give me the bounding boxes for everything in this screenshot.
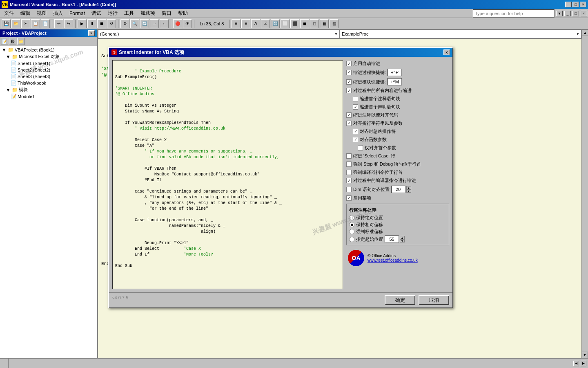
trail-position-up[interactable]: ▲: [400, 236, 405, 239]
option-trail-force-standard: 强制标准偏移: [349, 228, 446, 235]
dim-alignment-spinner-btns: ▲ ▼: [406, 186, 411, 193]
label-align-compiler-in-proc: 对过程中的编译器指令进行缩进: [353, 177, 416, 184]
label-trail-force-standard: 强制标准偏移: [356, 229, 383, 235]
dim-alignment-down[interactable]: ▼: [406, 189, 411, 193]
dialog-title-icon: S: [111, 49, 117, 55]
checkbox-dim-alignment[interactable]: [346, 187, 352, 192]
dim-alignment-spinner: 20 ▲ ▼: [391, 186, 411, 193]
label-enable-something: 启用某项: [353, 195, 371, 201]
checkbox-indent-proc[interactable]: [346, 70, 352, 75]
label-align-line-continuation: 对齐折行字符串以及参数: [353, 120, 403, 126]
logo-copyright: © Office Addins: [368, 254, 418, 258]
options-panel: 启用自动缩进 缩进过程快捷键: +^P 缩进模块快捷键: +^M: [346, 60, 449, 289]
label-trail-keep-absolute: 保持绝对位置: [356, 215, 383, 221]
radio-trail-keep-relative[interactable]: [349, 222, 354, 227]
checkbox-indent-module[interactable]: [346, 79, 352, 85]
option-force-stop-debug: 强制 Stop 和 Debug 语句位于行首: [346, 161, 449, 168]
trail-position-input[interactable]: 55: [385, 236, 399, 243]
checkbox-force-compiler-directives[interactable]: [346, 170, 352, 175]
option-indent-proc-shortcut: 缩进过程快捷键: +^P: [346, 68, 449, 76]
option-align-ignore-operators: 对齐时忽略操作符: [346, 128, 449, 135]
dialog-body: ' Example Procedure Sub ExampleProc() 'S…: [109, 57, 452, 292]
label-force-compiler-directives: 强制编译器指令位于行首: [353, 169, 403, 175]
checkbox-indent-comment-block[interactable]: [353, 96, 358, 101]
option-indent-declare-block: 缩进首个声明语句块: [346, 103, 449, 110]
label-indent-comment-block: 缩进首个注释语句块: [360, 96, 400, 102]
checkbox-indent-all-content[interactable]: [346, 88, 352, 93]
dialog-overlay: S Smart Indenter for VBA 选项 × ' Example …: [0, 0, 588, 368]
checkbox-align-functions[interactable]: [353, 137, 358, 142]
dialog-close-button[interactable]: ×: [443, 49, 450, 55]
radio-trail-keep-absolute[interactable]: [349, 215, 354, 220]
label-indent-module-shortcut: 缩进模块快捷键:: [353, 79, 386, 85]
dialog-version: v4.0.7.5: [112, 295, 128, 305]
trail-comment-section: 行尾注释处理 保持绝对位置 保持相对偏移 强制标准偏移: [346, 204, 449, 245]
option-trail-specify-position: 指定起始位置 55 ▲ ▼: [349, 235, 446, 243]
option-align-first-param-only: 仅对齐首个参数: [346, 144, 449, 151]
label-align-functions: 对齐函数参数: [360, 137, 387, 143]
trail-position-value: 55: [389, 237, 394, 242]
option-align-comments: 缩进注释以便对齐代码: [346, 112, 449, 119]
option-indent-comment-block: 缩进首个注释语句块: [346, 95, 449, 102]
option-indent-all-content: 对过程中的所有内容进行缩进: [346, 87, 449, 94]
logo-link[interactable]: www.test.officeaddins.co.uk: [368, 258, 418, 263]
trail-position-down[interactable]: ▼: [400, 239, 405, 242]
option-dim-alignment: Dim 语句对齐位置 20 ▲ ▼: [346, 185, 449, 193]
trail-position-spinner-btns: ▲ ▼: [400, 236, 405, 242]
smart-indenter-dialog: S Smart Indenter for VBA 选项 × ' Example …: [108, 47, 453, 308]
checkbox-align-comments[interactable]: [346, 112, 352, 118]
dialog-footer: v4.0.7.5 确定 取消: [109, 292, 452, 307]
dim-alignment-value: 20: [396, 187, 401, 192]
option-enable-something: 启用某项: [346, 195, 449, 202]
logo-area: OA © Office Addins www.test.officeaddins…: [346, 247, 449, 269]
checkbox-enable-auto-indent[interactable]: [346, 61, 352, 66]
label-align-comments: 缩进注释以便对齐代码: [353, 112, 398, 118]
label-indent-all-content: 对过程中的所有内容进行缩进: [353, 88, 412, 94]
option-indent-select-case: 缩进 'Select Case' 行: [346, 153, 449, 159]
label-trail-keep-relative: 保持相对偏移: [356, 222, 383, 228]
shortcut-proc-value: +^P: [391, 70, 399, 75]
trail-position-spinner: 55 ▲ ▼: [385, 236, 405, 243]
option-trail-keep-absolute: 保持绝对位置: [349, 214, 446, 221]
code-preview-panel: ' Example Procedure Sub ExampleProc() 'S…: [112, 60, 343, 289]
label-indent-declare-block: 缩进首个声明语句块: [360, 104, 400, 110]
trail-comment-title: 行尾注释处理: [349, 206, 446, 214]
dialog-title-text: Smart Indenter for VBA 选项: [119, 49, 184, 56]
radio-trail-specify-position[interactable]: [349, 237, 354, 242]
label-align-first-param-only: 仅对齐首个参数: [365, 145, 396, 151]
checkbox-enable-something[interactable]: [346, 195, 352, 201]
label-force-stop-debug: 强制 Stop 和 Debug 语句位于行首: [353, 161, 421, 167]
label-dim-alignment: Dim 语句对齐位置: [353, 186, 390, 193]
checkbox-align-line-continuation[interactable]: [346, 121, 352, 126]
ok-button[interactable]: 确定: [385, 295, 415, 305]
option-align-functions: 对齐函数参数: [346, 136, 449, 143]
checkbox-indent-select-case[interactable]: [346, 153, 352, 159]
cancel-button[interactable]: 取消: [419, 295, 449, 305]
dialog-title-left: S Smart Indenter for VBA 选项: [111, 49, 184, 56]
option-force-compiler-directives: 强制编译器指令位于行首: [346, 169, 449, 176]
dialog-title-bar: S Smart Indenter for VBA 选项 ×: [109, 48, 452, 57]
label-enable-auto-indent: 启用自动缩进: [353, 61, 380, 67]
shortcut-proc-box[interactable]: +^P: [388, 69, 402, 76]
label-indent-select-case: 缩进 'Select Case' 行: [353, 153, 395, 159]
option-trail-keep-relative: 保持相对偏移: [349, 221, 446, 228]
option-align-compiler-in-proc: 对过程中的编译器指令进行缩进: [346, 177, 449, 184]
dim-alignment-up[interactable]: ▲: [406, 186, 411, 189]
checkbox-align-ignore-operators[interactable]: [353, 129, 358, 134]
label-trail-specify-position: 指定起始位置: [356, 236, 383, 242]
option-align-line-continuation: 对齐折行字符串以及参数: [346, 120, 449, 127]
logo-text-area: © Office Addins www.test.officeaddins.co…: [368, 254, 418, 263]
label-indent-proc-shortcut: 缩进过程快捷键:: [353, 70, 386, 76]
option-enable-auto-indent: 启用自动缩进: [346, 60, 449, 67]
checkbox-align-first-param-only[interactable]: [358, 145, 363, 150]
shortcut-module-box[interactable]: +^M: [388, 78, 402, 85]
checkbox-align-compiler-in-proc[interactable]: [346, 178, 352, 183]
checkbox-force-stop-debug[interactable]: [346, 162, 352, 167]
label-align-ignore-operators: 对齐时忽略操作符: [360, 128, 396, 135]
dim-alignment-input[interactable]: 20: [391, 186, 405, 193]
office-addins-logo: OA: [348, 250, 364, 266]
radio-trail-force-standard[interactable]: [349, 229, 354, 234]
option-indent-module-shortcut: 缩进模块快捷键: +^M: [346, 78, 449, 86]
shortcut-module-value: +^M: [390, 79, 399, 84]
checkbox-indent-declare-block[interactable]: [353, 104, 358, 110]
